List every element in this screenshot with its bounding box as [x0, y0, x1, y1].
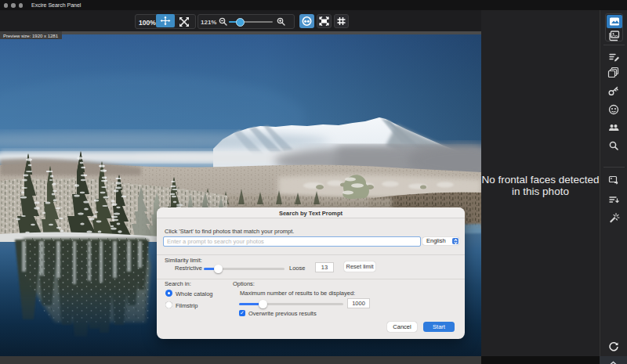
svg-text:Preview size: 1920 x 1281: Preview size: 1920 x 1281	[3, 34, 59, 38]
